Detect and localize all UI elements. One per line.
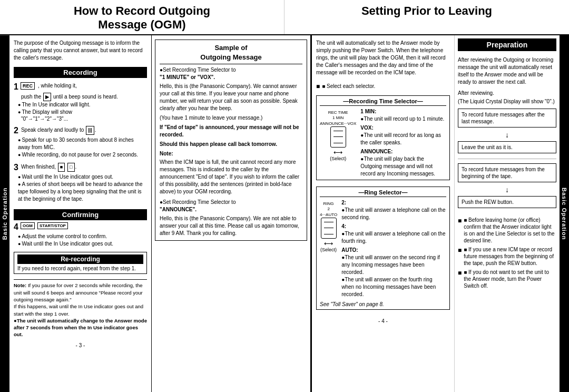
step-1-number: 1 [14,82,18,92]
left-title-text: How to Record Outgoing Message (OGM) [5,4,279,32]
flow-arrow-1: ↓ [458,131,556,139]
flow-box-1: To record future messages after the last… [458,109,556,128]
prep-bullet-3: ■ ■ If you do not want to set the unit t… [458,269,556,289]
flow-arrow-2: ↓ [458,186,556,193]
step-2-text: Speak clearly and loudly to |||. [21,126,96,135]
sample-text2: (You have 1 minute to leave your message… [160,114,302,122]
step-1: 1 REC , while holding it, push the ▶ unt… [14,82,147,122]
step-3-bullet1: Wait until the In Use indicator goes out… [18,173,147,181]
toll-saver: See "Toll Saver" on page 8. [320,301,446,307]
step-1-bullet2: The Display will show [18,109,147,116]
prep-bullets: ■ ■ Before leaving home (or office) conf… [458,214,556,291]
step-3-text: When finished, ■ □. [21,163,76,172]
flow-divider [458,159,556,159]
prep-intro: After reviewing the Outgoing or Incoming… [458,56,556,86]
step-2: 2 Speak clearly and loudly to |||. Speak… [14,126,147,159]
sample-note-label: Note: [160,150,302,158]
right-page-number: - 4 - [316,318,450,324]
prep-header: Preparation [458,38,556,51]
center-panel: Sample of Outgoing Message ●Set Recordin… [152,35,311,392]
step-3-bullet2: A series of short beeps will be heard to… [18,181,147,203]
step-4-row: 4 OGM START/STOP [14,222,147,232]
flow-box-4: Push the REW button. [458,196,556,208]
step-1-text: , while holding it, [38,82,77,90]
rec-time-desc: 1 MIN: ●The unit will record up to 1 min… [360,108,446,178]
recording-time-selector: —Recording Time Selector— REC TIME 1 MIN… [316,95,450,180]
step-2-number: 2 [14,126,18,135]
step-4-bullet2: Wait until the In Use indicator goes out… [18,240,147,248]
step-3: 3 When finished, ■ □. Wait until the In … [14,163,147,203]
recording-header: Recording [14,67,147,78]
sample-box: Sample of Outgoing Message ●Set Recordin… [155,40,307,241]
left-intro: The purpose of the Outgoing message is t… [14,40,147,62]
ring-desc: 2: ●The unit will answer a telephone cal… [341,199,446,298]
note2-text: ●The unit will automatically change to t… [14,318,147,338]
step-2-bullet2: While recording, do not pause for over 2… [18,151,147,159]
ring-selector: —Ring Selector— RING 2 4···AUTO [316,187,450,310]
right-intro: The unit will automatically set to the A… [316,40,450,76]
step-1-icon-rec: REC [20,82,35,90]
rerecording-text: If you need to record again, repeat from… [17,266,143,271]
select-label: ■ ■ Select each selector. [316,83,450,90]
rec-time-title: —Recording Time Selector— [320,98,446,106]
step-1-push-text: push the ▶ until a beep sound is heard. [21,93,147,102]
preparation-column: Preparation After reviewing the Outgoing… [454,35,560,392]
after-reviewing: After reviewing. [458,90,556,96]
right-panel: The unit will automatically set to the A… [312,35,454,392]
ring-select: (Select) [320,247,337,252]
ring-title: —Ring Selector— [320,189,446,197]
flow-box-2: Leave the unit as it is. [458,141,556,153]
left-side-label: Basic Operation [0,35,9,392]
rerecording-header: Re-recording [17,254,143,264]
sample-text4: Should this happen please call back tomo… [160,141,302,148]
right-title: Setting Prior to Leaving [284,0,569,34]
rec-time-visual: REC TIME 1 MIN ANNOUNCE···VOX ⟷ (Select) [320,110,356,161]
page-container: How to Record Outgoing Message (OGM) Set… [0,0,569,392]
step-1-bullet1: The In Use indicator will light. [18,101,147,109]
sample-bullet2: ●Set Recording Time Selector to "ANNOUNC… [160,199,302,213]
note1b-text: If this happens, wait until the In Use i… [14,303,143,316]
left-title: How to Record Outgoing Message (OGM) [0,0,284,34]
rec-time-select: (Select) [330,156,346,161]
confirming-section: Confirming 4 OGM START/STOP Adjust the v… [14,209,147,248]
rerecording-box: Re-recording If you need to record again… [14,252,147,274]
sample-bullet1: ●Set Recording Time Selector to "1 MINUT… [160,66,302,81]
lcd-note: (The Liquid Crystal Display will show "0… [458,99,556,104]
prep-bullet-1: ■ ■ Before leaving home (or office) conf… [458,217,556,244]
note-section: Note: If you pause for over 2 seconds wh… [14,279,147,338]
left-panel: The purpose of the Outgoing message is t… [9,35,152,392]
prep-bullet-2: ■ ■ If you use a new ICM tape or record … [458,246,556,267]
right-title-text: Setting Prior to Leaving [290,4,564,18]
sample-text3: If "End of tape" is announced, your mess… [160,124,302,139]
step-2-bullet1: Speak for up to 30 seconds from about 8 … [18,136,147,151]
sample-text1: Hello, this is (the Panasonic Company). … [160,83,302,112]
step-4-bullet1: Adjust the volume control to confirm. [18,233,147,240]
sample-text5: Hello, this is (the Panasonic Company). … [160,215,302,237]
note1-text: If you pause for over 2 seconds while re… [14,282,143,302]
confirming-header: Confirming [14,209,147,220]
step-1-display: "0"→"1"→"2"→"3"... [21,116,147,122]
step-3-number: 3 [14,163,18,172]
sample-title: Sample of Outgoing Message [160,43,302,64]
flow-box-3: To record future messages from the begin… [458,163,556,182]
right-side-label: Basic Operation [560,35,569,392]
header: How to Record Outgoing Message (OGM) Set… [0,0,569,35]
ring-visual: RING 2 4···AUTO ⟷ (Select) [320,201,337,252]
step-4-number: 4 [14,222,18,232]
note-label: Note: [14,282,26,288]
main-content: Basic Operation The purpose of the Outgo… [0,35,569,392]
left-page-number: - 3 - [14,342,147,348]
sample-note-text: When the ICM tape is full, the unit cann… [160,159,302,195]
